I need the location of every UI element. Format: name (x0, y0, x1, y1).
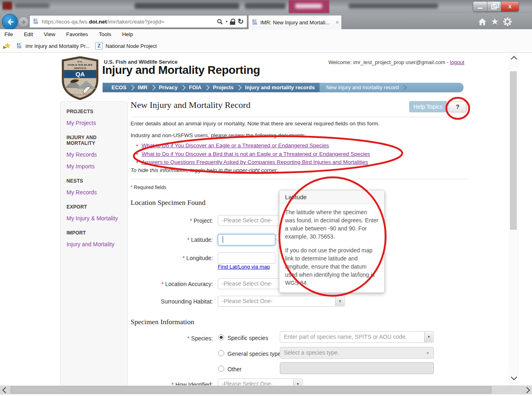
scroll-left-icon[interactable] (2, 387, 9, 394)
vertical-scrollbar (508, 53, 519, 385)
breadcrumb-injury-mortality-records[interactable]: Injury and mortality records (242, 84, 318, 90)
review-note: Industry and non-USFWS users, please rev… (131, 132, 306, 138)
specimen-section-heading: Specimen Information (131, 318, 194, 326)
horizontal-scrollbar-thumb[interactable] (11, 386, 491, 394)
menu-view[interactable]: View (44, 31, 55, 37)
latitude-input[interactable] (218, 234, 275, 245)
longitude-input[interactable] (218, 252, 275, 264)
app-title: Injury and Mortality Reporting (102, 64, 260, 77)
minimize-icon (478, 8, 483, 9)
restore-icon (491, 4, 497, 9)
bullet-icon: • (136, 151, 138, 157)
svg-text:SERVICE: SERVICE (74, 67, 86, 70)
breadcrumb-foia[interactable]: FOIA (186, 84, 205, 90)
breadcrumb-projects[interactable]: Projects (210, 84, 237, 90)
usfws-qa-logo: U.S. FISH & WILDLIFE SERVICE QA (60, 56, 100, 100)
menu-tools[interactable]: Tools (99, 31, 111, 37)
doc-link-bird-not-eagle[interactable]: What to Do if You Discover a Bird that i… (142, 151, 370, 157)
sidebar-item-import-injury-and-mortality[interactable]: Injury and Mortality (66, 241, 124, 248)
breadcrumb: ECOS IMR Privacy FOIA Projects Injury an… (103, 83, 463, 92)
chevron-right-icon (236, 84, 242, 90)
surrounding-habitat-select[interactable]: -Please Select One-▼ (218, 296, 345, 307)
search-dropdown-caret-icon[interactable]: ▾ (225, 19, 227, 24)
search-icon[interactable] (217, 19, 223, 25)
list-item: •Answers to Questions Frequently Asked b… (136, 158, 370, 167)
logout-link[interactable]: logout (450, 59, 464, 65)
favorite-ecos-icon: ECOS (15, 43, 23, 49)
svg-text:U.S.: U.S. (77, 60, 83, 63)
intro-text: Enter details about an animal injury or … (131, 121, 380, 127)
tab-close-icon[interactable]: × (336, 19, 339, 25)
scroll-down-icon[interactable] (511, 374, 517, 381)
sidebar-item-my-injury-mortality[interactable]: My Injury & Mortality (66, 215, 124, 222)
menu-file[interactable]: File (4, 31, 13, 37)
breadcrumb-current: New injury and mortality record (323, 84, 402, 90)
ecos-favicon: ECOS (32, 19, 39, 24)
sidebar-header-export: EXPORT (66, 204, 124, 210)
background-quicklaunch-blur (15, 3, 49, 8)
tab-favicon: ECOS (251, 19, 258, 25)
chevron-right-icon (180, 84, 186, 90)
doc-link-faq[interactable]: Answers to Questions Frequently Asked by… (142, 159, 368, 165)
menu-favorites[interactable]: Favorites (66, 31, 88, 37)
svg-text:QA: QA (75, 71, 85, 77)
page-title: New Injury and Mortality Record (131, 100, 251, 110)
breadcrumb-privacy[interactable]: Privacy (156, 84, 181, 90)
chevron-right-icon (129, 84, 135, 90)
dropdown-arrow-icon[interactable]: ▼ (424, 332, 433, 342)
background-title-blur2 (245, 3, 285, 9)
close-button[interactable]: X (501, 2, 519, 11)
find-latlong-map-link[interactable]: Find Lat/Long via map (218, 264, 270, 270)
browser-toolbar-icons: ★ (478, 16, 522, 27)
menu-edit[interactable]: Edit (24, 31, 33, 37)
home-icon[interactable] (478, 17, 487, 26)
scroll-up-icon[interactable] (511, 56, 517, 62)
divider (131, 117, 468, 117)
refresh-icon[interactable]: ↻ (238, 18, 244, 25)
settings-gear-icon[interactable] (503, 17, 512, 26)
scroll-right-icon[interactable] (524, 387, 530, 394)
help-toggle-button[interactable]: ? (448, 101, 467, 112)
sidebar-item-my-records[interactable]: My Records (66, 151, 124, 158)
favorite-item-national-node[interactable]: National Node Project (105, 43, 157, 49)
back-button[interactable] (2, 14, 18, 30)
species-label: * Species: (131, 335, 213, 342)
forward-button[interactable] (18, 17, 29, 27)
chevron-right-icon (401, 84, 407, 90)
other-species-radio-label[interactable]: Other (227, 366, 242, 372)
screenshot-root: X ECOS https://ecos-qa.fws.doi.net/imr/t… (0, 0, 532, 396)
specific-species-radio-label[interactable]: Specific species (227, 335, 268, 341)
doc-link-eagle[interactable]: What to Do if You Discover an Eagle or a… (142, 142, 329, 148)
sidebar-item-my-projects[interactable]: My Projects (66, 120, 124, 126)
specific-species-radio[interactable] (218, 334, 224, 340)
text-caret (223, 236, 223, 243)
list-item: •What to Do if You Discover an Eagle or … (136, 142, 370, 150)
address-bar[interactable]: ECOS https://ecos-qa.fws.doi.net/imr/tak… (29, 15, 247, 28)
breadcrumb-ecos[interactable]: ECOS (108, 84, 130, 90)
dropdown-arrow-icon[interactable]: ▼ (426, 351, 429, 355)
restore-button[interactable] (487, 2, 501, 11)
general-species-type-radio-label[interactable]: General species type (227, 351, 281, 357)
favorite-item-imr[interactable]: imr Injury and Mortality Pr... (26, 43, 90, 49)
other-species-radio[interactable] (218, 366, 224, 372)
specific-species-combobox[interactable]: Enter part of species name, SPITS or AOU… (280, 331, 434, 343)
url-text: https://ecos-qa.fws.doi.net/imr/take/cre… (42, 19, 165, 25)
other-species-input[interactable] (280, 362, 434, 374)
add-favorite-icon[interactable]: ★ (4, 42, 13, 50)
general-species-type-radio[interactable] (218, 350, 224, 356)
browser-tab[interactable]: ECOS IMR: New Injury and Mortali... × (248, 15, 342, 29)
sidebar-header-injury-and-mortality: INJURY AND MORTALITY (66, 135, 124, 146)
sidebar-item-nests-my-records[interactable]: My Records (66, 189, 124, 196)
tab-title: IMR: New Injury and Mortali... (260, 19, 330, 26)
menu-help[interactable]: Help (122, 31, 133, 37)
general-species-type-select[interactable]: Select a species type.▼ (280, 347, 434, 359)
breadcrumb-imr[interactable]: IMR (135, 84, 151, 90)
help-topics-button[interactable]: Help Topics (409, 101, 447, 112)
minimize-button[interactable] (473, 2, 487, 11)
vertical-scrollbar-thumb[interactable] (510, 71, 517, 230)
favorites-star-icon[interactable]: ★ (491, 17, 499, 26)
sidebar-item-my-imports[interactable]: My Imports (66, 163, 124, 170)
horizontal-scrollbar (0, 385, 532, 394)
background-app-icon (2, 2, 12, 10)
dropdown-arrow-icon[interactable]: ▼ (335, 297, 344, 306)
